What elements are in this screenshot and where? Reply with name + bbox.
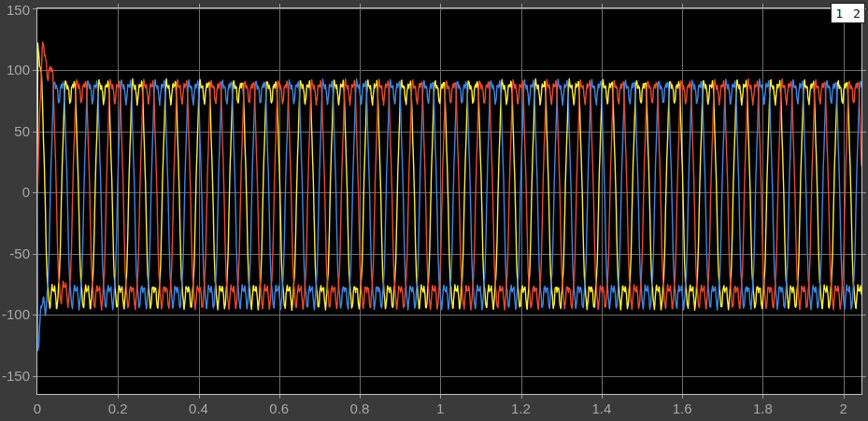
x-tick-label: 0.2 (94, 400, 141, 417)
x-tick-label: 1.4 (578, 400, 625, 417)
y-tick-label: -50 (0, 246, 30, 262)
x-tick-label: 1.8 (739, 400, 786, 417)
legend: 1 2 (831, 3, 865, 23)
x-tick-label: 0.4 (176, 400, 222, 417)
legend-item-2[interactable]: 2 (853, 7, 861, 21)
y-tick-label: 0 (0, 184, 30, 201)
y-tick-label: -100 (0, 306, 30, 323)
scope-plot-canvas (0, 0, 868, 421)
x-tick-label: 1.6 (659, 400, 705, 417)
y-tick-label: -150 (0, 368, 30, 385)
x-tick-label: 0.6 (256, 400, 303, 417)
y-tick-label: 50 (0, 123, 30, 140)
legend-item-1[interactable]: 1 (835, 7, 843, 21)
y-tick-label: 150 (0, 2, 30, 19)
x-tick-label: 2 (820, 400, 867, 417)
x-tick-label: 0.8 (336, 400, 383, 417)
y-tick-label: 100 (0, 62, 30, 78)
x-tick-label: 1 (417, 400, 463, 417)
scope-window: 150100500-50-100-150 00.20.40.60.811.21.… (0, 0, 868, 421)
x-tick-label: 0 (14, 400, 61, 417)
x-tick-label: 1.2 (498, 400, 545, 417)
